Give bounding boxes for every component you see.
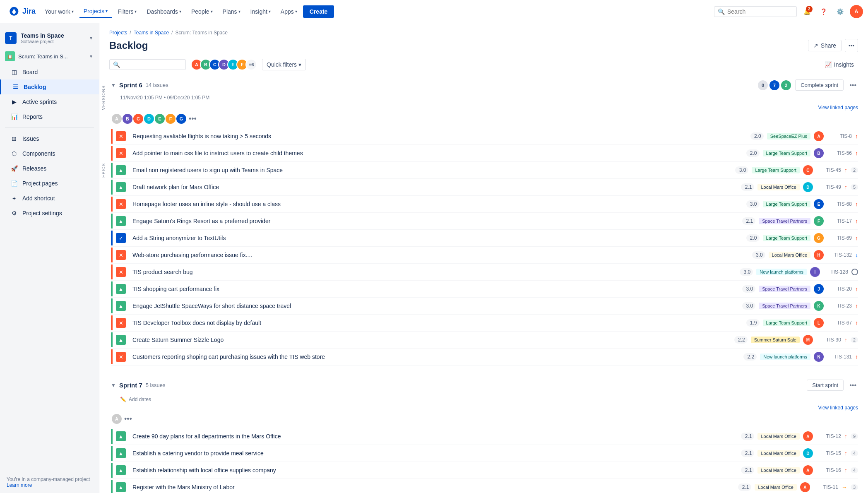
sidebar-item-board[interactable]: ◫ Board xyxy=(0,65,99,79)
sprint-7-add-dates[interactable]: ✏️ Add dates xyxy=(111,395,858,404)
sidebar-scrum-item[interactable]: 📋 Scrum: Teams in S... ▾ xyxy=(0,48,99,65)
issue-row[interactable]: ✕ Homepage footer uses an inline style -… xyxy=(111,196,858,213)
nav-projects[interactable]: Projects ▾ xyxy=(79,5,112,18)
sprint-6-avatar-4[interactable]: D xyxy=(143,113,155,125)
sprint-6-avatar-5[interactable]: E xyxy=(154,113,166,125)
epic-badge[interactable]: New launch platforms xyxy=(756,269,807,275)
epic-badge[interactable]: Space Travel Partners xyxy=(759,303,810,309)
epic-badge[interactable]: Large Team Support xyxy=(763,320,810,326)
issue-row[interactable]: ✕ Add pointer to main css file to instru… xyxy=(111,145,858,162)
issue-row[interactable]: ▲ Create 90 day plans for all department… xyxy=(111,428,858,445)
sidebar-project-header[interactable]: T Teams in Space Software project ▾ xyxy=(0,28,99,48)
sidebar-item-reports[interactable]: 📊 Reports xyxy=(0,109,99,124)
issue-row[interactable]: ▲ Engage Saturn's Rings Resort as a pref… xyxy=(111,213,858,230)
epic-badge[interactable]: Summer Saturn Sale xyxy=(751,337,800,343)
sprint-7-header-left: ▼ Sprint 7 5 issues xyxy=(111,382,165,389)
search-input[interactable] xyxy=(727,8,793,15)
sprint-6-view-linked-pages[interactable]: View linked pages xyxy=(111,104,858,111)
epic-badge[interactable]: Space Travel Partners xyxy=(759,286,810,292)
user-avatar[interactable]: A xyxy=(850,5,863,18)
jira-logo[interactable]: Jira xyxy=(5,6,39,17)
nav-people[interactable]: People ▾ xyxy=(187,6,217,17)
sprint-7-avatars-more[interactable]: ••• xyxy=(124,415,132,423)
notifications-button[interactable]: 🔔 2 xyxy=(800,5,813,18)
insights-button[interactable]: 📈 Insights xyxy=(820,59,858,70)
issue-row[interactable]: ▲ Email non registered users to sign up … xyxy=(111,162,858,179)
sprint-7-avatar-1[interactable]: A xyxy=(111,413,123,425)
nav-filters[interactable]: Filters ▾ xyxy=(113,6,141,17)
learn-more-link[interactable]: Learn more xyxy=(7,482,32,488)
epic-badge[interactable]: Local Mars Office xyxy=(757,184,799,190)
issue-row[interactable]: ▲ Register with the Mars Ministry of Lab… xyxy=(111,479,858,493)
issue-row[interactable]: ✕ Requesting avaliable flights is now ta… xyxy=(111,128,858,145)
nav-your-work[interactable]: Your work ▾ xyxy=(41,6,78,17)
quick-filters-button[interactable]: Quick filters ▾ xyxy=(262,59,306,70)
epic-badge[interactable]: Local Mars Office xyxy=(757,467,799,474)
issue-row[interactable]: ✓ Add a String anonymizer to TextUtils 2… xyxy=(111,230,858,247)
sprint-6-avatar-7[interactable]: G xyxy=(176,113,187,125)
sidebar-item-project-settings[interactable]: ⚙ Project settings xyxy=(0,206,99,221)
epic-badge[interactable]: Local Mars Office xyxy=(757,433,799,440)
issue-row[interactable]: ✕ TIS product search bug 3.0 New launch … xyxy=(111,264,858,281)
epic-badge[interactable]: Large Team Support xyxy=(763,201,810,207)
issue-row[interactable]: ▲ TIS shopping cart performance fix 3.0 … xyxy=(111,281,858,298)
sidebar-item-active-sprints[interactable]: ▶ Active sprints xyxy=(0,94,99,109)
sidebar-item-components[interactable]: ⬡ Components xyxy=(0,146,99,161)
backlog-search-input[interactable] xyxy=(120,61,182,68)
sprint-7-more-button[interactable]: ••• xyxy=(848,380,858,391)
create-button[interactable]: Create xyxy=(303,5,334,18)
complete-sprint-button[interactable]: Complete sprint xyxy=(795,79,844,91)
epic-badge[interactable]: Local Mars Office xyxy=(755,484,796,491)
global-search-box[interactable]: 🔍 xyxy=(714,6,797,17)
epic-badge[interactable]: New launch platforms xyxy=(760,354,810,360)
sprint-6-header[interactable]: ▼ Sprint 6 14 issues 0 7 2 Complete spri… xyxy=(111,75,858,95)
issue-row[interactable]: ▲ Engage JetShuttle SpaceWays for short … xyxy=(111,298,858,315)
backlog-search-box[interactable]: 🔍 xyxy=(109,59,186,70)
sidebar-item-releases[interactable]: 🚀 Releases xyxy=(0,161,99,176)
epics-label[interactable]: EPICS xyxy=(100,161,108,179)
expand-icon[interactable]: ▾ xyxy=(90,35,92,41)
issue-row[interactable]: ✕ Web-store purchasing performance issue… xyxy=(111,247,858,264)
sidebar-item-issues[interactable]: ⊞ Issues xyxy=(0,131,99,146)
sprint-7-view-linked-pages[interactable]: View linked pages xyxy=(111,404,858,411)
nav-apps[interactable]: Apps ▾ xyxy=(277,6,301,17)
issue-row[interactable]: ▲ Establish a catering vendor to provide… xyxy=(111,445,858,462)
sidebar-item-add-shortcut[interactable]: + Add shortcut xyxy=(0,191,99,206)
sprint-6-more-button[interactable]: ••• xyxy=(848,80,858,91)
epic-badge[interactable]: Large Team Support xyxy=(763,235,810,241)
nav-insight[interactable]: Insight ▾ xyxy=(246,6,275,17)
start-sprint-button[interactable]: Start sprint xyxy=(807,380,844,391)
sidebar-item-project-pages[interactable]: 📄 Project pages xyxy=(0,176,99,191)
sprint-6-avatar-3[interactable]: C xyxy=(132,113,144,125)
epic-badge[interactable]: Large Team Support xyxy=(752,167,799,173)
issue-row[interactable]: ▲ Establish relationship with local offi… xyxy=(111,462,858,479)
settings-button[interactable]: ⚙️ xyxy=(833,5,846,18)
help-button[interactable]: ❓ xyxy=(817,5,830,18)
sprint-7-header[interactable]: ▼ Sprint 7 5 issues Start sprint ••• xyxy=(111,375,858,395)
breadcrumb-projects[interactable]: Projects xyxy=(109,30,127,36)
epic-badge[interactable]: SeeSpaceEZ Plus xyxy=(767,133,810,139)
sprint-7-chevron[interactable]: ▼ xyxy=(111,382,116,388)
nav-plans[interactable]: Plans ▾ xyxy=(219,6,245,17)
epic-badge[interactable]: Large Team Support xyxy=(763,150,810,156)
sprint-6-avatars-more[interactable]: ••• xyxy=(189,115,197,123)
sprint-6-avatar-2[interactable]: B xyxy=(122,113,133,125)
sprint-6-chevron[interactable]: ▼ xyxy=(111,82,116,88)
breadcrumb-teams-in-space[interactable]: Teams in Space xyxy=(134,30,169,36)
issue-row[interactable]: ▲ Create Saturn Summer Sizzle Logo 2.2 S… xyxy=(111,332,858,349)
sidebar-item-backlog[interactable]: ☰ Backlog xyxy=(0,79,99,94)
avatar-more[interactable]: +6 xyxy=(245,59,257,70)
issue-row[interactable]: ✕ TIS Developer Toolbox does not display… xyxy=(111,315,858,332)
share-button[interactable]: ↗ Share xyxy=(808,40,842,51)
more-options-button[interactable]: ••• xyxy=(845,39,858,52)
issue-row[interactable]: ✕ Customers reporting shoping cart purch… xyxy=(111,349,858,366)
sprint-6-avatar-1[interactable]: A xyxy=(111,113,123,125)
epic-badge[interactable]: Space Travel Partners xyxy=(759,218,810,224)
epic-badge[interactable]: Local Mars Office xyxy=(757,450,799,457)
sprint-6-avatar-6[interactable]: F xyxy=(165,113,176,125)
scrum-expand-icon[interactable]: ▾ xyxy=(90,53,92,59)
versions-label[interactable]: VERSIONS xyxy=(100,84,108,112)
issue-row[interactable]: ▲ Draft network plan for Mars Office 2.1… xyxy=(111,179,858,196)
nav-dashboards[interactable]: Dashboards ▾ xyxy=(142,6,185,17)
epic-badge[interactable]: Local Mars Office xyxy=(769,252,810,258)
